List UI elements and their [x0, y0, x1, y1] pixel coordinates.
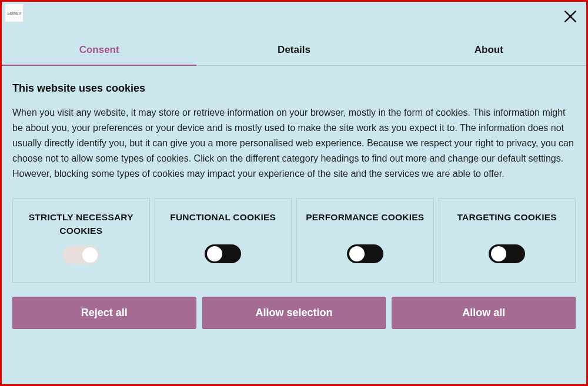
- cookie-consent-dialog: Seitfahr Consent Details About This webs…: [0, 0, 588, 386]
- brand-logo: Seitfahr: [5, 4, 23, 22]
- dialog-header: Seitfahr: [2, 2, 586, 33]
- tab-about[interactable]: About: [392, 33, 586, 65]
- tab-details[interactable]: Details: [196, 33, 391, 65]
- category-title: FUNCTIONAL COOKIES: [160, 210, 287, 236]
- toggle-strictly-necessary: [63, 246, 99, 264]
- allow-all-button[interactable]: Allow all: [392, 297, 576, 329]
- category-strictly-necessary: STRICTLY NECESSARY COOKIES: [12, 198, 150, 283]
- toggle-targeting[interactable]: [489, 244, 525, 263]
- toggle-knob: [349, 246, 365, 261]
- panel-heading: This website uses cookies: [12, 82, 576, 95]
- toggle-knob: [82, 247, 98, 263]
- toggle-knob: [491, 246, 506, 261]
- consent-panel: This website uses cookies When you visit…: [2, 66, 586, 187]
- category-targeting: TARGETING COOKIES: [439, 198, 576, 283]
- category-performance: PERFORMANCE COOKIES: [296, 198, 434, 283]
- toggle-functional[interactable]: [205, 244, 241, 263]
- reject-all-button[interactable]: Reject all: [12, 297, 196, 329]
- category-title: TARGETING COOKIES: [444, 210, 571, 236]
- allow-selection-button[interactable]: Allow selection: [202, 297, 386, 329]
- category-title: PERFORMANCE COOKIES: [302, 210, 429, 236]
- toggle-knob: [207, 246, 222, 261]
- category-title: STRICTLY NECESSARY COOKIES: [18, 210, 145, 238]
- tab-consent[interactable]: Consent: [2, 33, 196, 65]
- cookie-categories: STRICTLY NECESSARY COOKIES FUNCTIONAL CO…: [2, 187, 586, 289]
- close-icon[interactable]: [563, 9, 578, 24]
- tab-bar: Consent Details About: [2, 33, 586, 66]
- panel-description: When you visit any website, it may store…: [12, 105, 576, 182]
- action-bar: Reject all Allow selection Allow all: [2, 288, 586, 340]
- category-functional: FUNCTIONAL COOKIES: [155, 198, 292, 283]
- toggle-performance[interactable]: [347, 244, 383, 263]
